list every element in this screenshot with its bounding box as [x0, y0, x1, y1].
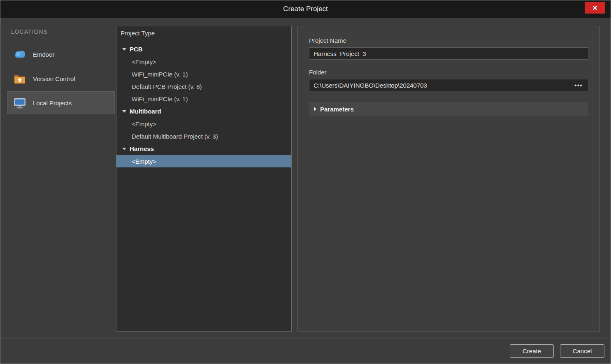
tree-group-harness[interactable]: Harness: [116, 142, 291, 155]
project-name-input[interactable]: [309, 47, 588, 60]
chevron-right-icon: [314, 107, 316, 111]
sidebar-item-version-control[interactable]: Version Control: [7, 67, 115, 90]
close-button[interactable]: ✕: [585, 2, 605, 14]
close-icon: ✕: [592, 4, 597, 12]
tree-group-label: Harness: [130, 145, 154, 152]
sidebar-item-label: Version Control: [33, 75, 75, 82]
dialog-title: Create Project: [283, 5, 328, 13]
project-type-tree: PCB <Empty> WiFi_miniPCIe (v. 1) Default…: [116, 40, 291, 167]
parameters-expander[interactable]: Parameters: [309, 102, 588, 116]
tree-item[interactable]: WiFi_miniPCIe (v. 1): [116, 93, 291, 105]
sidebar-item-local-projects[interactable]: Local Projects: [7, 91, 115, 114]
monitor-icon: [12, 97, 27, 109]
footer-divider: [0, 338, 611, 339]
collapse-icon: [122, 48, 126, 51]
tree-item[interactable]: Default PCB Project (v. 8): [116, 80, 291, 93]
create-project-dialog: { "window": { "title": "Create Project",…: [0, 0, 611, 364]
project-type-panel: Project Type PCB <Empty> WiFi_miniPCIe (…: [116, 26, 292, 332]
project-type-header: Project Type: [116, 26, 291, 40]
tree-item[interactable]: Default Multiboard Project (v. 3): [116, 130, 291, 142]
create-button[interactable]: Create: [510, 344, 554, 358]
cloud-icon: [12, 50, 27, 59]
project-name-label: Project Name: [309, 37, 588, 44]
folder-upload-icon: [12, 73, 27, 84]
locations-header: LOCATIONS: [7, 24, 115, 42]
sidebar-item-emdoor[interactable]: Emdoor: [7, 43, 115, 66]
tree-group-label: Multiboard: [130, 108, 161, 115]
collapse-icon: [122, 110, 126, 113]
parameters-label: Parameters: [320, 106, 354, 113]
project-details-panel: Project Name Folder ••• Parameters: [297, 26, 600, 332]
collapse-icon: [122, 148, 126, 150]
tree-item-selected[interactable]: <Empty>: [116, 155, 291, 167]
tree-item[interactable]: <Empty>: [116, 118, 291, 130]
sidebar-item-label: Emdoor: [33, 51, 55, 58]
locations-sidebar: LOCATIONS Emdoor Version Control: [7, 24, 115, 331]
browse-folder-button[interactable]: •••: [570, 80, 587, 90]
tree-group-label: PCB: [130, 46, 143, 53]
tree-item[interactable]: WiFi_miniPCIe (v. 1): [116, 68, 291, 80]
folder-input[interactable]: [309, 79, 588, 91]
tree-item[interactable]: <Empty>: [116, 56, 291, 68]
title-bar: Create Project: [0, 0, 611, 18]
tree-group-pcb[interactable]: PCB: [116, 43, 291, 56]
cancel-button[interactable]: Cancel: [560, 344, 604, 358]
folder-label: Folder: [309, 69, 588, 76]
tree-group-multiboard[interactable]: Multiboard: [116, 105, 291, 118]
sidebar-item-label: Local Projects: [33, 100, 72, 107]
